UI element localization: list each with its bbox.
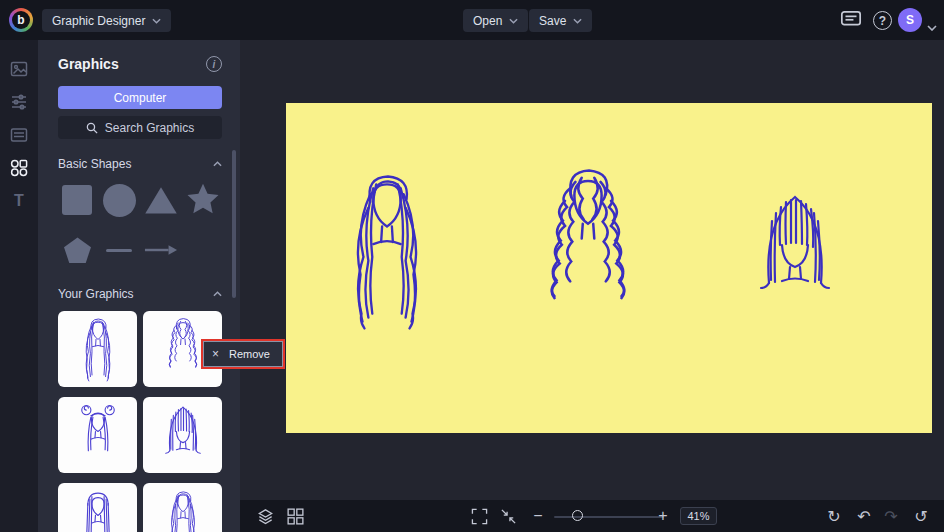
canvas-object-curly-hair[interactable] (512, 161, 664, 339)
shape-circle[interactable] (100, 181, 138, 219)
canvas-object-wavy-hair[interactable] (338, 163, 436, 337)
zoom-slider-knob[interactable] (572, 510, 583, 521)
text-tool-icon: T (14, 192, 24, 210)
fit-screen-icon (500, 508, 517, 525)
graphic-thumbnail-straight-hair[interactable] (58, 483, 137, 532)
shapes-row-2 (58, 231, 222, 269)
straight-hair-drawing (72, 488, 124, 532)
panel-header: Graphics i (58, 56, 222, 72)
shapes-row-1 (58, 181, 222, 219)
fit-to-screen-button[interactable] (499, 507, 517, 525)
zoom-in-button[interactable]: + (653, 500, 673, 532)
graphic-thumbnail-buns-hair[interactable] (58, 397, 137, 473)
info-icon[interactable]: i (206, 56, 222, 72)
feedback-button[interactable] (840, 9, 862, 31)
graphic-thumbnail-bob-hair[interactable] (143, 397, 222, 473)
shape-triangle[interactable] (142, 181, 180, 219)
sliders-icon (10, 93, 28, 111)
graphic-thumbnail-long-wavy-hair[interactable] (143, 483, 222, 532)
panel-title: Graphics (58, 56, 119, 72)
wavy-hair-drawing (77, 315, 119, 383)
close-icon[interactable]: × (212, 348, 219, 360)
bob-bangs-hair-drawing (157, 402, 209, 468)
logo-letter: b (12, 11, 30, 29)
save-label: Save (539, 14, 566, 28)
fullscreen-icon (471, 508, 488, 525)
shapes-spacer (184, 231, 222, 269)
help-icon: ? (879, 14, 886, 28)
canvas-object-bob-hair[interactable] (732, 187, 858, 317)
search-graphics-label: Search Graphics (105, 121, 194, 135)
your-graphics-section-toggle[interactable]: Your Graphics (58, 287, 222, 301)
shape-square[interactable] (58, 181, 96, 219)
search-icon (86, 122, 98, 134)
rail-item-layouts[interactable] (0, 118, 38, 151)
open-label: Open (473, 14, 502, 28)
rail-item-graphics[interactable] (0, 151, 38, 184)
curly-hair-drawing (162, 315, 204, 383)
chevron-up-icon (213, 291, 222, 297)
shape-pentagon[interactable] (58, 231, 96, 269)
account-menu-toggle[interactable] (927, 17, 937, 23)
workspace: − + 41% ↻ ↶ ↷ ↺ (240, 40, 944, 532)
image-icon (10, 60, 28, 78)
app-mode-label: Graphic Designer (52, 14, 145, 28)
undo-button[interactable]: ↶ (854, 500, 874, 532)
graphics-icon (10, 159, 28, 177)
chevron-down-icon (152, 18, 161, 24)
layouts-icon (10, 126, 28, 144)
help-button[interactable]: ? (873, 11, 892, 30)
tool-rail: T (0, 40, 38, 532)
account-avatar[interactable]: S (898, 8, 922, 32)
chevron-down-icon (573, 18, 582, 24)
zoom-percentage-field[interactable]: 41% (680, 507, 717, 525)
shape-line[interactable] (100, 231, 138, 269)
avatar-initial: S (906, 13, 914, 27)
computer-upload-button[interactable]: Computer (58, 86, 222, 109)
chat-icon (840, 10, 862, 30)
remove-context-menu: × Remove (203, 341, 283, 367)
open-menu-button[interactable]: Open (463, 9, 528, 32)
your-graphics-grid (58, 311, 222, 532)
layers-button[interactable] (256, 507, 274, 525)
basic-shapes-section-toggle[interactable]: Basic Shapes (58, 157, 222, 171)
grid-view-button[interactable] (286, 507, 304, 525)
grid-icon (287, 508, 304, 525)
bottom-toolbar: − + 41% ↻ ↶ ↷ ↺ (240, 500, 944, 532)
befunky-logo[interactable]: b (9, 8, 33, 32)
basic-shapes-title: Basic Shapes (58, 157, 131, 171)
history-button[interactable]: ↺ (911, 500, 931, 532)
redo-button[interactable]: ↷ (881, 500, 901, 532)
long-wavy-hair-drawing (162, 488, 204, 532)
layers-icon (257, 508, 274, 525)
fullscreen-button[interactable] (470, 507, 488, 525)
rail-item-adjust[interactable] (0, 85, 38, 118)
rail-item-image[interactable] (0, 52, 38, 85)
info-glyph: i (213, 59, 216, 70)
design-canvas[interactable] (286, 103, 932, 433)
search-graphics-button[interactable]: Search Graphics (58, 116, 222, 139)
zoom-out-button[interactable]: − (528, 500, 548, 532)
chevron-down-icon (509, 18, 518, 24)
chevron-down-icon (927, 25, 937, 31)
shape-star[interactable] (184, 181, 222, 219)
shape-arrow[interactable] (142, 231, 180, 269)
rail-item-text[interactable]: T (0, 184, 38, 217)
space-buns-hair-drawing (72, 402, 124, 468)
your-graphics-title: Your Graphics (58, 287, 134, 301)
graphics-panel: Graphics i Computer Search Graphics Basi… (38, 40, 240, 532)
remove-menu-item[interactable]: Remove (229, 348, 270, 360)
zoom-slider-track[interactable] (554, 516, 664, 518)
reset-button[interactable]: ↻ (824, 500, 844, 532)
app-mode-menu[interactable]: Graphic Designer (42, 9, 171, 32)
save-menu-button[interactable]: Save (529, 9, 592, 32)
panel-scrollbar[interactable] (232, 150, 236, 298)
graphic-designer-app: b Graphic Designer Open Save ? S (0, 0, 944, 532)
graphic-thumbnail-wavy-hair[interactable] (58, 311, 137, 387)
top-toolbar: b Graphic Designer Open Save ? S (0, 0, 944, 40)
chevron-up-icon (213, 161, 222, 167)
